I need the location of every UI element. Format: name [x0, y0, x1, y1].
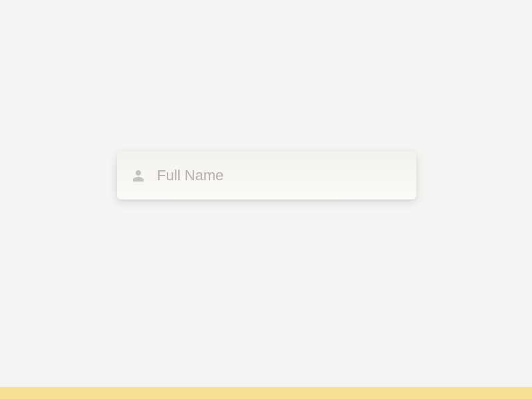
full-name-input[interactable] — [157, 167, 403, 184]
name-input-wrapper — [117, 152, 416, 200]
user-icon — [130, 168, 146, 184]
accent-bar — [0, 387, 532, 399]
